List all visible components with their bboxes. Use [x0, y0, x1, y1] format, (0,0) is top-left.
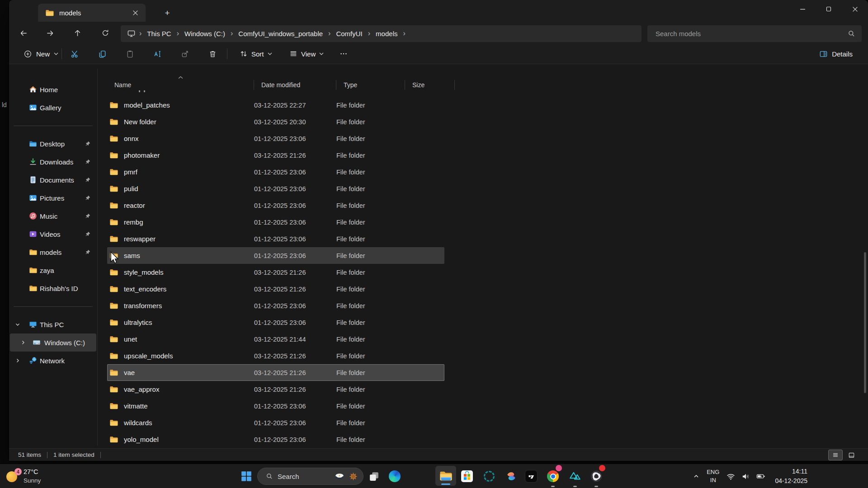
tradingview-taskbar-button[interactable]	[521, 464, 542, 488]
file-row[interactable]: unet03-12-2025 21:44File folder	[107, 331, 444, 347]
obs-taskbar-button[interactable]	[586, 464, 607, 488]
file-row[interactable]: vae03-12-2025 21:26File folder	[107, 364, 444, 381]
sidebar-item-rishabh-s-id[interactable]: Rishabh's ID	[10, 279, 96, 297]
share-button[interactable]	[177, 46, 193, 62]
explorer-tab[interactable]: models	[38, 4, 146, 22]
battery-icon[interactable]	[753, 467, 769, 485]
file-name: wildcards	[124, 419, 152, 427]
column-header-size[interactable]: Size	[405, 79, 455, 91]
vertical-scrollbar-thumb[interactable]	[864, 252, 866, 393]
sidebar-item-network[interactable]: Network	[10, 352, 96, 370]
sidebar-item-desktop[interactable]: Desktop	[10, 135, 96, 153]
file-row[interactable]: onnx01-12-2025 23:06File folder	[107, 130, 444, 147]
file-row[interactable]: New folder03-12-2025 20:30File folder	[107, 113, 444, 130]
column-header-name[interactable]: Name	[107, 79, 254, 91]
taskbar-search[interactable]: Search	[257, 468, 363, 485]
chevron-down-icon[interactable]	[14, 322, 21, 327]
rename-button[interactable]	[149, 46, 165, 62]
new-tab-button[interactable]: +	[161, 7, 174, 19]
file-row[interactable]: model_patches03-12-2025 22:27File folder	[107, 97, 444, 113]
refresh-button[interactable]	[97, 25, 114, 41]
column-header-type[interactable]: Type	[336, 79, 405, 91]
weather-widget[interactable]: 4 27°C Sunny	[4, 464, 43, 488]
view-button[interactable]: View	[285, 46, 328, 62]
breadcrumb-item[interactable]: This PC	[142, 28, 175, 39]
file-name-cell: unet	[107, 335, 254, 343]
forward-button[interactable]	[41, 25, 58, 41]
file-row[interactable]: text_encoders03-12-2025 21:26File folder	[107, 281, 444, 297]
sidebar-item-documents[interactable]: Documents	[10, 171, 96, 189]
sidebar-item-label: Rishabh's ID	[40, 285, 78, 292]
file-row[interactable]: style_models03-12-2025 21:26File folder	[107, 264, 444, 281]
hidden-icons-chevron[interactable]	[690, 467, 703, 485]
start-button[interactable]	[241, 470, 252, 482]
file-row[interactable]: yolo_model01-12-2025 23:06File folder	[107, 431, 444, 448]
sidebar-item-videos[interactable]: Videos	[10, 225, 96, 243]
thumbnail-view-icon	[848, 452, 855, 459]
sidebar-item-home[interactable]: Home	[10, 80, 96, 99]
see-more-button[interactable]	[335, 46, 352, 62]
breadcrumb-item[interactable]: Windows (C:)	[180, 28, 230, 39]
file-row[interactable]: wildcards01-12-2025 23:06File folder	[107, 414, 444, 431]
sidebar-item-this-pc[interactable]: This PC	[10, 315, 96, 333]
chrome-taskbar-button[interactable]	[542, 464, 563, 488]
cut-button[interactable]	[66, 46, 83, 62]
sidebar-item-pictures[interactable]: Pictures	[10, 189, 96, 207]
teal-triangles-app-taskbar-button[interactable]	[565, 464, 585, 488]
wifi-icon[interactable]	[723, 467, 738, 485]
paste-button[interactable]	[122, 46, 138, 62]
teal-ring-app-taskbar-button[interactable]	[479, 464, 500, 488]
file-row[interactable]: upscale_models03-12-2025 21:26File folde…	[107, 347, 444, 364]
breadcrumb-item[interactable]: ComfyUI	[331, 28, 367, 39]
language-indicator[interactable]: ENG IN	[703, 468, 723, 484]
title-bar[interactable]: models +	[9, 0, 868, 22]
sidebar-item-downloads[interactable]: Downloads	[10, 153, 96, 171]
back-button[interactable]	[15, 25, 32, 41]
file-row[interactable]: reswapper01-12-2025 23:06File folder	[107, 230, 444, 247]
sidebar-item-gallery[interactable]: Gallery	[10, 99, 96, 117]
details-view-toggle[interactable]	[829, 450, 842, 460]
file-row[interactable]: pulid01-12-2025 23:06File folder	[107, 180, 444, 197]
close-button[interactable]	[842, 0, 868, 18]
sidebar-item-zaya[interactable]: zaya	[10, 261, 96, 279]
breadcrumb-item[interactable]: models	[371, 28, 402, 39]
up-button[interactable]	[69, 25, 86, 41]
chevron-right-icon[interactable]	[14, 358, 21, 363]
sidebar-item-models[interactable]: models	[10, 243, 96, 261]
file-name-cell: sams	[107, 251, 254, 260]
sort-button[interactable]: Sort	[235, 46, 277, 62]
chevron-right-icon[interactable]	[20, 340, 26, 345]
pane-splitter[interactable]	[97, 69, 98, 446]
date-modified-cell: 01-12-2025 23:06	[254, 419, 336, 427]
file-row[interactable]: pmrf01-12-2025 23:06File folder	[107, 164, 444, 180]
new-button[interactable]: New	[19, 46, 63, 62]
microsoft-store-taskbar-button[interactable]	[457, 464, 477, 488]
task-view-taskbar-button[interactable]	[363, 464, 384, 488]
file-row[interactable]: sams01-12-2025 23:06File folder	[107, 247, 444, 264]
edge-taskbar-button[interactable]	[384, 464, 405, 488]
minimize-button[interactable]	[789, 0, 816, 18]
file-row[interactable]: vae_approx03-12-2025 21:26File folder	[107, 381, 444, 398]
tab-close-icon[interactable]	[129, 7, 141, 19]
file-row[interactable]: rembg01-12-2025 23:06File folder	[107, 214, 444, 230]
column-header-date-modified[interactable]: Date modified	[254, 79, 336, 91]
copilot-taskbar-button[interactable]	[501, 464, 522, 488]
file-explorer-window: models + ›This PC›Windows (C:)›ComfyUI_w…	[9, 0, 868, 461]
maximize-button[interactable]	[816, 0, 842, 18]
file-row[interactable]: photomaker03-12-2025 21:26File folder	[107, 147, 444, 164]
copy-button[interactable]	[94, 46, 110, 62]
file-row[interactable]: vitmatte01-12-2025 23:06File folder	[107, 398, 444, 414]
delete-button[interactable]	[204, 46, 221, 62]
file-row[interactable]: transformers01-12-2025 23:06File folder	[107, 297, 444, 314]
details-pane-button[interactable]: Details	[815, 46, 857, 62]
file-row[interactable]: reactor01-12-2025 23:06File folder	[107, 197, 444, 214]
search-box[interactable]: Search models	[647, 25, 862, 42]
large-icons-view-toggle[interactable]	[844, 450, 858, 460]
volume-icon[interactable]	[738, 467, 753, 485]
clock[interactable]: 14:11 04-12-2025	[769, 467, 815, 486]
breadcrumb-item[interactable]: ComfyUI_windows_portable	[234, 28, 327, 39]
sidebar-item-music[interactable]: Music	[10, 207, 96, 225]
file-row[interactable]: ultralytics01-12-2025 23:06File folder	[107, 314, 444, 331]
file-explorer-taskbar-button[interactable]	[435, 466, 456, 486]
sidebar-item-windows-c-[interactable]: Windows (C:)	[10, 333, 96, 352]
